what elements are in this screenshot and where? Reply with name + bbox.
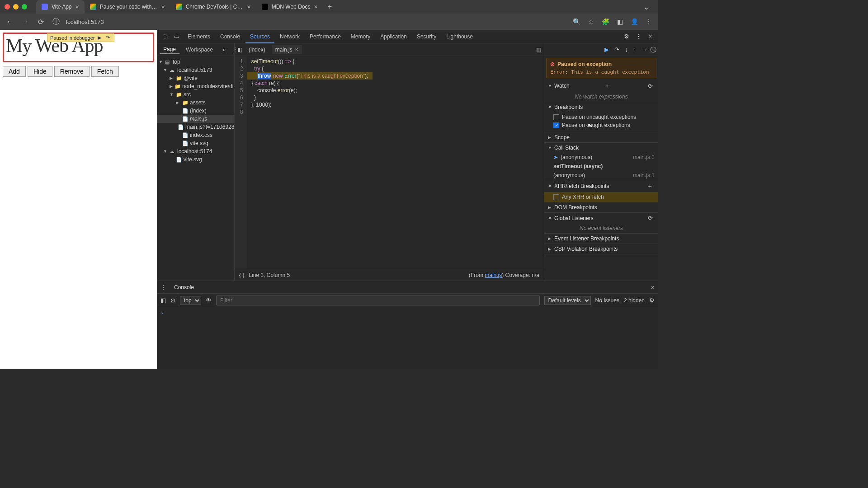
tab-network[interactable]: Network bbox=[275, 30, 304, 43]
resume-icon[interactable]: ▶ bbox=[604, 46, 609, 53]
close-tab-icon[interactable]: × bbox=[75, 3, 79, 10]
console-body[interactable]: › bbox=[157, 307, 658, 369]
dom-bp-header[interactable]: ▶DOM Breakpoints bbox=[544, 202, 658, 212]
add-watch-icon[interactable]: ＋ bbox=[603, 82, 613, 90]
refresh-watch-icon[interactable]: ⟳ bbox=[646, 83, 655, 89]
tab-performance[interactable]: Performance bbox=[305, 30, 345, 43]
tab-memory[interactable]: Memory bbox=[346, 30, 375, 43]
close-tab-icon[interactable]: × bbox=[295, 47, 298, 53]
minimize-window-icon[interactable] bbox=[13, 4, 19, 9]
nav-tab-workspace[interactable]: Workspace bbox=[182, 46, 217, 54]
tree-host[interactable]: ▼☁localhost:5173 bbox=[157, 66, 234, 74]
source-link[interactable]: main.js bbox=[485, 272, 502, 278]
step-icon[interactable]: ↷ bbox=[104, 35, 111, 41]
side-panel-icon[interactable]: ◧ bbox=[615, 18, 625, 25]
close-tab-icon[interactable]: × bbox=[314, 3, 317, 10]
console-filter-input[interactable] bbox=[216, 296, 540, 305]
tree-folder-src[interactable]: ▼📁src bbox=[157, 90, 234, 99]
inspect-element-icon[interactable]: ⬚ bbox=[160, 33, 170, 40]
browser-tab[interactable]: Chrome DevTools | Chrome × bbox=[170, 0, 256, 14]
nav-tab-more[interactable]: » bbox=[219, 46, 230, 54]
drawer-more-icon[interactable]: ⋮ bbox=[160, 284, 166, 291]
add-xhr-icon[interactable]: ＋ bbox=[645, 182, 655, 190]
tree-folder-nodemodules[interactable]: ▶📁node_modules/vite/dis bbox=[157, 82, 234, 90]
stack-frame-current[interactable]: ➤(anonymous)main.js:3 bbox=[544, 153, 658, 162]
tree-file-main-ts[interactable]: 📄main.js?t=1710692856 bbox=[157, 123, 234, 131]
resume-icon[interactable]: ▶ bbox=[96, 35, 103, 41]
tab-lighthouse[interactable]: Lighthouse bbox=[442, 30, 477, 43]
event-listener-bp-header[interactable]: ▶Event Listener Breakpoints bbox=[544, 234, 658, 244]
step-out-icon[interactable]: ↑ bbox=[633, 46, 637, 53]
pause-uncaught-row[interactable]: Pause on uncaught exceptions bbox=[553, 113, 655, 121]
tab-application[interactable]: Application bbox=[376, 30, 411, 43]
editor-tab-index[interactable]: (index) bbox=[245, 45, 269, 54]
checkbox-unchecked-icon[interactable] bbox=[553, 194, 559, 200]
bookmark-icon[interactable]: ☆ bbox=[586, 18, 596, 25]
new-tab-button[interactable]: + bbox=[323, 3, 336, 11]
editor-more-icon[interactable]: ▥ bbox=[536, 47, 541, 53]
step-into-icon[interactable]: ↓ bbox=[625, 46, 628, 53]
close-tab-icon[interactable]: × bbox=[247, 3, 250, 10]
settings-icon[interactable]: ⚙ bbox=[621, 33, 632, 40]
refresh-listeners-icon[interactable]: ⟳ bbox=[646, 215, 655, 221]
step-icon[interactable]: →· bbox=[642, 46, 649, 53]
tree-folder-assets[interactable]: ▶📁assets bbox=[157, 99, 234, 107]
context-select[interactable]: top bbox=[180, 296, 201, 305]
console-settings-icon[interactable]: ⚙ bbox=[649, 297, 655, 304]
browser-tab[interactable]: Pause your code with breakp × bbox=[85, 0, 170, 14]
pretty-print-icon[interactable]: { } bbox=[239, 272, 244, 278]
global-listeners-header[interactable]: ▼Global Listeners⟳ bbox=[544, 213, 658, 223]
device-toolbar-icon[interactable]: ▭ bbox=[171, 33, 182, 40]
extensions-icon[interactable]: 🧩 bbox=[600, 18, 610, 25]
tab-sources[interactable]: Sources bbox=[245, 30, 274, 43]
breakpoints-header[interactable]: ▼Breakpoints bbox=[544, 102, 658, 112]
checkbox-checked-icon[interactable]: ✓ bbox=[553, 122, 559, 128]
tree-file-indexcss[interactable]: 📄index.css bbox=[157, 131, 234, 139]
zoom-icon[interactable]: 🔍 bbox=[571, 18, 581, 25]
xhr-header[interactable]: ▼XHR/fetch Breakpoints＋ bbox=[544, 180, 658, 192]
csp-bp-header[interactable]: ▶CSP Violation Breakpoints bbox=[544, 244, 658, 254]
tree-file-index[interactable]: 📄(index) bbox=[157, 107, 234, 115]
hide-button[interactable]: Hide bbox=[28, 66, 52, 77]
watch-header[interactable]: ▼Watch＋⟳ bbox=[544, 80, 658, 92]
close-tab-icon[interactable]: × bbox=[161, 3, 165, 10]
toggle-navigator-icon[interactable]: ◧ bbox=[237, 47, 242, 53]
tree-file-main[interactable]: 📄main.js bbox=[157, 115, 234, 123]
tabs-dropdown-icon[interactable]: ⌄ bbox=[639, 3, 654, 11]
code-editor[interactable]: 12345678 setTimeout(() => { try { throw … bbox=[235, 56, 544, 269]
address-field[interactable]: localhost:5173 bbox=[66, 19, 567, 25]
maximize-window-icon[interactable] bbox=[22, 4, 27, 9]
tree-host-2[interactable]: ▼☁localhost:5174 bbox=[157, 147, 234, 155]
hidden-label[interactable]: 2 hidden bbox=[624, 297, 645, 304]
more-icon[interactable]: ⋮ bbox=[633, 33, 644, 40]
stack-frame[interactable]: (anonymous)main.js:1 bbox=[544, 171, 658, 180]
close-drawer-icon[interactable]: × bbox=[651, 284, 655, 291]
step-over-icon[interactable]: ↷ bbox=[614, 46, 619, 53]
tab-elements[interactable]: Elements bbox=[183, 30, 215, 43]
fetch-button[interactable]: Fetch bbox=[91, 66, 119, 77]
add-button[interactable]: Add bbox=[3, 66, 26, 77]
tab-console[interactable]: Console bbox=[216, 30, 245, 43]
tree-folder-vite[interactable]: ▶📁@vite bbox=[157, 74, 234, 82]
close-devtools-icon[interactable]: × bbox=[645, 33, 656, 40]
drawer-tab-console[interactable]: Console bbox=[170, 283, 198, 292]
log-levels-select[interactable]: Default levels bbox=[544, 296, 591, 305]
profile-icon[interactable]: 👤 bbox=[629, 18, 639, 25]
checkbox-unchecked-icon[interactable] bbox=[553, 114, 559, 120]
forward-button[interactable]: → bbox=[20, 18, 31, 26]
pause-caught-row[interactable]: ✓Pause on caught exceptions bbox=[553, 121, 655, 129]
callstack-header[interactable]: ▼Call Stack bbox=[544, 143, 658, 153]
tree-file-vitesvg2[interactable]: 📄vite.svg bbox=[157, 155, 234, 164]
back-button[interactable]: ← bbox=[5, 18, 15, 26]
scope-header[interactable]: ▶Scope bbox=[544, 132, 658, 142]
nav-tab-page[interactable]: Page bbox=[160, 45, 179, 54]
issues-label[interactable]: No Issues bbox=[595, 297, 619, 304]
browser-tab-vite[interactable]: Vite App × bbox=[36, 0, 85, 14]
console-sidebar-icon[interactable]: ◧ bbox=[160, 297, 166, 304]
clear-console-icon[interactable]: ⊘ bbox=[170, 297, 175, 304]
browser-tab[interactable]: MDN Web Docs × bbox=[256, 0, 323, 14]
any-xhr-row[interactable]: Any XHR or fetch bbox=[544, 192, 658, 202]
remove-button[interactable]: Remove bbox=[54, 66, 90, 77]
close-window-icon[interactable] bbox=[5, 4, 10, 9]
reload-button[interactable]: ⟳ bbox=[35, 18, 46, 26]
